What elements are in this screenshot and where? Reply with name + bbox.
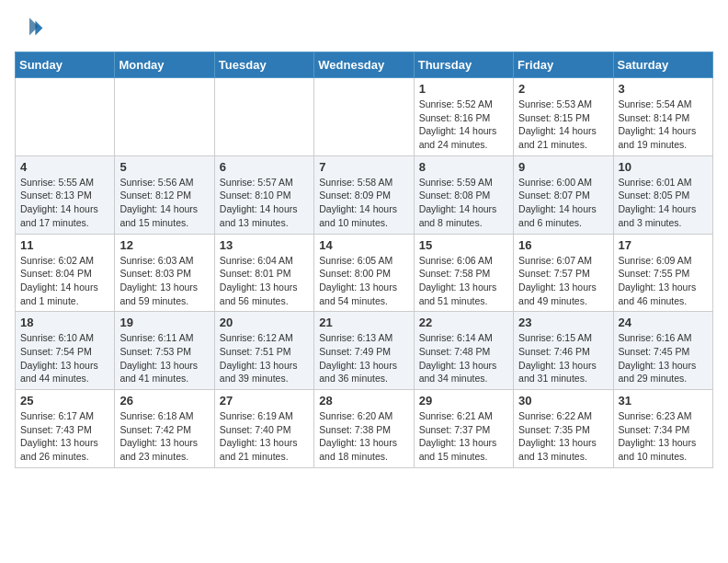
day-info: Sunrise: 6:21 AM Sunset: 7:37 PM Dayligh… [419, 409, 508, 464]
day-number: 21 [319, 316, 408, 329]
day-header-friday: Friday [514, 52, 613, 78]
calendar-cell: 12Sunrise: 6:03 AM Sunset: 8:03 PM Dayli… [115, 234, 214, 312]
calendar-cell: 9Sunrise: 6:00 AM Sunset: 8:07 PM Daylig… [514, 155, 613, 234]
day-number: 19 [119, 316, 209, 329]
day-info: Sunrise: 5:55 AM Sunset: 8:13 PM Dayligh… [20, 176, 109, 230]
day-number: 2 [518, 82, 608, 96]
calendar-cell: 14Sunrise: 6:05 AM Sunset: 8:00 PM Dayli… [314, 234, 414, 312]
day-number: 24 [619, 316, 708, 329]
day-number: 1 [419, 82, 508, 96]
calendar-week-row: 25Sunrise: 6:17 AM Sunset: 7:43 PM Dayli… [16, 390, 713, 468]
day-number: 5 [119, 160, 209, 174]
day-info: Sunrise: 6:15 AM Sunset: 7:46 PM Dayligh… [518, 331, 608, 385]
calendar-cell: 8Sunrise: 5:59 AM Sunset: 8:08 PM Daylig… [414, 155, 513, 234]
calendar-cell: 13Sunrise: 6:04 AM Sunset: 8:01 PM Dayli… [214, 234, 313, 312]
calendar-cell: 2Sunrise: 5:53 AM Sunset: 8:15 PM Daylig… [514, 78, 613, 156]
day-info: Sunrise: 6:18 AM Sunset: 7:42 PM Dayligh… [119, 409, 209, 464]
day-info: Sunrise: 6:12 AM Sunset: 7:51 PM Dayligh… [220, 331, 309, 385]
day-number: 12 [119, 238, 209, 252]
day-info: Sunrise: 5:56 AM Sunset: 8:12 PM Dayligh… [119, 176, 209, 230]
calendar-cell: 23Sunrise: 6:15 AM Sunset: 7:46 PM Dayli… [514, 312, 613, 390]
day-header-saturday: Saturday [613, 52, 712, 78]
calendar-week-row: 11Sunrise: 6:02 AM Sunset: 8:04 PM Dayli… [16, 234, 713, 312]
calendar-cell: 31Sunrise: 6:23 AM Sunset: 7:34 PM Dayli… [613, 390, 712, 468]
calendar-cell [16, 78, 115, 156]
day-info: Sunrise: 6:01 AM Sunset: 8:05 PM Dayligh… [619, 176, 708, 230]
calendar-cell: 24Sunrise: 6:16 AM Sunset: 7:45 PM Dayli… [613, 312, 712, 390]
calendar-cell [115, 78, 214, 156]
calendar-cell: 26Sunrise: 6:18 AM Sunset: 7:42 PM Dayli… [115, 390, 214, 468]
day-number: 31 [619, 394, 708, 408]
day-number: 17 [619, 238, 708, 252]
day-number: 13 [220, 238, 309, 252]
page-header [15, 15, 713, 44]
calendar-cell: 18Sunrise: 6:10 AM Sunset: 7:54 PM Dayli… [16, 312, 115, 390]
day-number: 4 [20, 160, 109, 174]
calendar-cell: 7Sunrise: 5:58 AM Sunset: 8:09 PM Daylig… [314, 155, 414, 234]
day-info: Sunrise: 6:07 AM Sunset: 7:57 PM Dayligh… [518, 254, 608, 308]
day-number: 29 [419, 394, 508, 408]
calendar-cell: 3Sunrise: 5:54 AM Sunset: 8:14 PM Daylig… [613, 78, 712, 156]
calendar: SundayMondayTuesdayWednesdayThursdayFrid… [15, 52, 713, 468]
calendar-cell: 4Sunrise: 5:55 AM Sunset: 8:13 PM Daylig… [16, 155, 115, 234]
day-info: Sunrise: 6:03 AM Sunset: 8:03 PM Dayligh… [119, 254, 209, 308]
day-info: Sunrise: 6:00 AM Sunset: 8:07 PM Dayligh… [518, 176, 608, 230]
day-number: 25 [20, 394, 109, 408]
day-info: Sunrise: 6:09 AM Sunset: 7:55 PM Dayligh… [619, 254, 708, 308]
calendar-cell: 6Sunrise: 5:57 AM Sunset: 8:10 PM Daylig… [214, 155, 313, 234]
calendar-week-row: 1Sunrise: 5:52 AM Sunset: 8:16 PM Daylig… [16, 78, 713, 156]
calendar-cell [214, 78, 313, 156]
day-number: 15 [419, 238, 508, 252]
day-header-monday: Monday [115, 52, 214, 78]
day-header-sunday: Sunday [16, 52, 115, 78]
day-info: Sunrise: 5:54 AM Sunset: 8:14 PM Dayligh… [619, 98, 708, 152]
day-header-thursday: Thursday [414, 52, 513, 78]
day-number: 23 [518, 316, 608, 329]
day-info: Sunrise: 6:11 AM Sunset: 7:53 PM Dayligh… [119, 331, 209, 385]
day-info: Sunrise: 5:53 AM Sunset: 8:15 PM Dayligh… [518, 98, 608, 152]
calendar-cell: 1Sunrise: 5:52 AM Sunset: 8:16 PM Daylig… [414, 78, 513, 156]
logo-icon [15, 15, 44, 44]
logo [15, 15, 48, 44]
day-number: 8 [419, 160, 508, 174]
calendar-cell: 15Sunrise: 6:06 AM Sunset: 7:58 PM Dayli… [414, 234, 513, 312]
calendar-cell: 19Sunrise: 6:11 AM Sunset: 7:53 PM Dayli… [115, 312, 214, 390]
day-number: 11 [20, 238, 109, 252]
day-info: Sunrise: 6:14 AM Sunset: 7:48 PM Dayligh… [419, 331, 508, 385]
day-number: 14 [319, 238, 408, 252]
day-info: Sunrise: 5:52 AM Sunset: 8:16 PM Dayligh… [419, 98, 508, 152]
calendar-cell: 5Sunrise: 5:56 AM Sunset: 8:12 PM Daylig… [115, 155, 214, 234]
calendar-cell: 29Sunrise: 6:21 AM Sunset: 7:37 PM Dayli… [414, 390, 513, 468]
day-info: Sunrise: 6:22 AM Sunset: 7:35 PM Dayligh… [518, 409, 608, 464]
calendar-header-row: SundayMondayTuesdayWednesdayThursdayFrid… [16, 52, 713, 78]
day-info: Sunrise: 6:10 AM Sunset: 7:54 PM Dayligh… [20, 331, 109, 385]
day-header-wednesday: Wednesday [314, 52, 414, 78]
calendar-week-row: 4Sunrise: 5:55 AM Sunset: 8:13 PM Daylig… [16, 155, 713, 234]
calendar-week-row: 18Sunrise: 6:10 AM Sunset: 7:54 PM Dayli… [16, 312, 713, 390]
calendar-cell: 17Sunrise: 6:09 AM Sunset: 7:55 PM Dayli… [613, 234, 712, 312]
day-info: Sunrise: 5:57 AM Sunset: 8:10 PM Dayligh… [220, 176, 309, 230]
day-number: 22 [419, 316, 508, 329]
calendar-cell: 30Sunrise: 6:22 AM Sunset: 7:35 PM Dayli… [514, 390, 613, 468]
day-number: 10 [619, 160, 708, 174]
calendar-cell: 28Sunrise: 6:20 AM Sunset: 7:38 PM Dayli… [314, 390, 414, 468]
day-info: Sunrise: 5:58 AM Sunset: 8:09 PM Dayligh… [319, 176, 408, 230]
day-number: 18 [20, 316, 109, 329]
day-number: 20 [220, 316, 309, 329]
calendar-cell: 25Sunrise: 6:17 AM Sunset: 7:43 PM Dayli… [16, 390, 115, 468]
day-info: Sunrise: 6:16 AM Sunset: 7:45 PM Dayligh… [619, 331, 708, 385]
day-info: Sunrise: 6:23 AM Sunset: 7:34 PM Dayligh… [619, 409, 708, 464]
day-number: 30 [518, 394, 608, 408]
day-number: 27 [220, 394, 309, 408]
day-number: 16 [518, 238, 608, 252]
calendar-cell: 21Sunrise: 6:13 AM Sunset: 7:49 PM Dayli… [314, 312, 414, 390]
day-info: Sunrise: 6:17 AM Sunset: 7:43 PM Dayligh… [20, 409, 109, 464]
calendar-cell: 22Sunrise: 6:14 AM Sunset: 7:48 PM Dayli… [414, 312, 513, 390]
day-info: Sunrise: 5:59 AM Sunset: 8:08 PM Dayligh… [419, 176, 508, 230]
day-info: Sunrise: 6:02 AM Sunset: 8:04 PM Dayligh… [20, 254, 109, 308]
day-info: Sunrise: 6:04 AM Sunset: 8:01 PM Dayligh… [220, 254, 309, 308]
calendar-cell [314, 78, 414, 156]
calendar-cell: 10Sunrise: 6:01 AM Sunset: 8:05 PM Dayli… [613, 155, 712, 234]
day-info: Sunrise: 6:19 AM Sunset: 7:40 PM Dayligh… [220, 409, 309, 464]
day-info: Sunrise: 6:06 AM Sunset: 7:58 PM Dayligh… [419, 254, 508, 308]
